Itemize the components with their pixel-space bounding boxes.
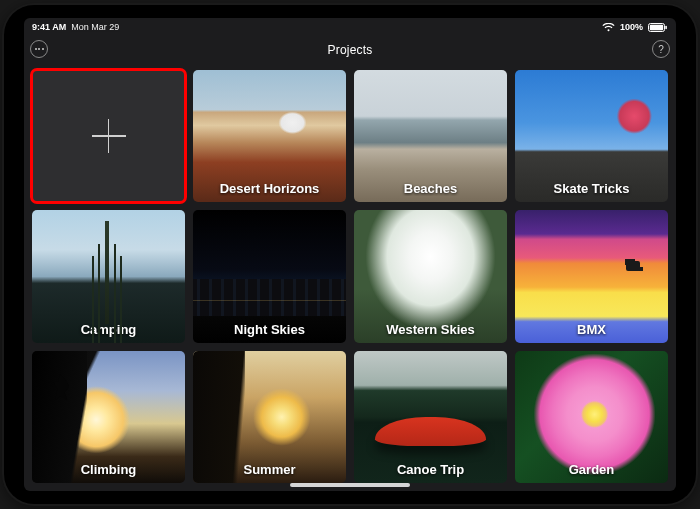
more-options-button[interactable] (30, 40, 48, 58)
wifi-icon (602, 23, 615, 32)
svg-rect-1 (650, 24, 663, 29)
project-tile[interactable]: Climbing (32, 351, 185, 483)
project-tile[interactable]: Night Skies (193, 210, 346, 342)
page-title: Projects (328, 43, 373, 57)
battery-percent: 100% (620, 22, 643, 32)
status-time: 9:41 AM (32, 22, 66, 32)
project-label: Beaches (354, 181, 507, 196)
project-label: Camping (32, 322, 185, 337)
nav-bar: Projects ? (24, 36, 676, 64)
project-label: Climbing (32, 462, 185, 477)
ellipsis-icon (35, 48, 44, 50)
project-tile[interactable]: Summer (193, 351, 346, 483)
project-tile[interactable]: BMX (515, 210, 668, 342)
new-project-tile[interactable] (32, 70, 185, 202)
status-right: 100% (602, 22, 668, 32)
project-tile[interactable]: Western Skies (354, 210, 507, 342)
project-label: Desert Horizons (193, 181, 346, 196)
project-label: BMX (515, 322, 668, 337)
project-label: Western Skies (354, 322, 507, 337)
project-tile[interactable]: Desert Horizons (193, 70, 346, 202)
project-label: Summer (193, 462, 346, 477)
question-icon: ? (658, 44, 664, 55)
projects-grid: Desert Horizons Beaches Skate Tricks Cam… (24, 64, 676, 491)
project-tile[interactable]: Garden (515, 351, 668, 483)
project-tile[interactable]: Skate Tricks (515, 70, 668, 202)
project-label: Skate Tricks (515, 181, 668, 196)
status-date: Mon Mar 29 (71, 22, 119, 32)
screen: 9:41 AM Mon Mar 29 100% Projects ? (24, 18, 676, 491)
help-button[interactable]: ? (652, 40, 670, 58)
project-tile[interactable]: Camping (32, 210, 185, 342)
status-bar: 9:41 AM Mon Mar 29 100% (24, 18, 676, 36)
svg-rect-2 (665, 25, 667, 28)
project-label: Night Skies (193, 322, 346, 337)
project-tile[interactable]: Beaches (354, 70, 507, 202)
status-left: 9:41 AM Mon Mar 29 (32, 22, 119, 32)
project-tile[interactable]: Canoe Trip (354, 351, 507, 483)
home-indicator[interactable] (290, 483, 410, 487)
tablet-frame: 9:41 AM Mon Mar 29 100% Projects ? (4, 5, 696, 504)
project-label: Canoe Trip (354, 462, 507, 477)
project-label: Garden (515, 462, 668, 477)
battery-icon (648, 23, 668, 32)
